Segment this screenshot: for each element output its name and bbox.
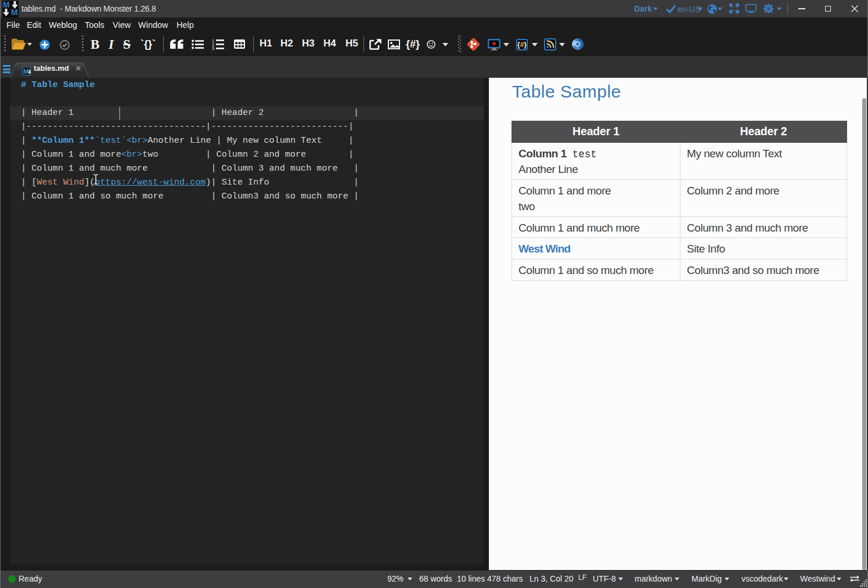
svg-text:3: 3 — [212, 46, 214, 50]
svg-text:1: 1 — [212, 39, 214, 43]
